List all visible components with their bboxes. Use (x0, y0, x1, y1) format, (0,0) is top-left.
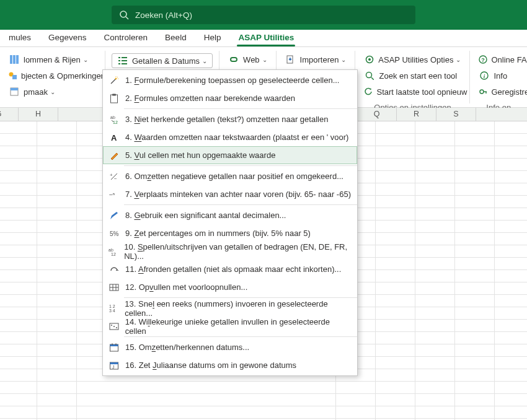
btn-kolommen-rijen[interactable]: lommen & Rijen⌄ (6, 53, 99, 66)
menu-item-1[interactable]: 1. Formule/berekening toepassen op gesel… (103, 71, 357, 89)
chevron-down-icon: ⌄ (202, 58, 207, 64)
svg-point-18 (366, 72, 372, 78)
refresh-icon (364, 87, 373, 97)
search-small-icon (364, 71, 375, 81)
btn-asap-options[interactable]: ASAP Utilities Opties⌄ (361, 53, 463, 66)
letter-a-icon: A (107, 131, 122, 144)
tab-gegevens[interactable]: Gegevens (40, 30, 95, 46)
btn-geregistreerd[interactable]: Geregistre (476, 85, 521, 98)
svg-text:+: + (110, 172, 113, 178)
svg-text:12: 12 (111, 252, 116, 256)
menu-item-label: 9. Zet percentages om in nummers (bijv. … (125, 229, 311, 238)
col-S[interactable]: S (436, 108, 476, 121)
tab-help[interactable]: Help (195, 30, 230, 46)
svg-text:i: i (484, 73, 485, 79)
menu-item-label: 8. Gebruik een significant aantal decima… (125, 211, 286, 220)
search-box[interactable]: Zoeken (Alt+Q) (112, 6, 415, 24)
menu-item-14[interactable]: 14. Willekeurige unieke getallen invulle… (103, 317, 357, 335)
btn-objecten-opmerkingen[interactable]: bjecten & Opmerkingen⌄ (6, 69, 99, 82)
btn-opmaak[interactable]: pmaak⌄ (6, 85, 99, 98)
svg-rect-51 (110, 344, 118, 346)
col-G[interactable]: G (0, 108, 19, 121)
menu-separator (124, 204, 357, 205)
menu-item-label: 3. Niet herkende getallen (tekst?) omzet… (125, 115, 328, 124)
chevron-down-icon: ⌄ (262, 56, 267, 63)
pencil-icon (107, 209, 122, 222)
svg-point-0 (120, 11, 126, 17)
tab-controleren[interactable]: Controleren (95, 30, 157, 46)
svg-text:12: 12 (113, 120, 118, 125)
tab-formulas[interactable]: mules (0, 30, 40, 46)
table-row[interactable] (0, 394, 527, 406)
menu-item-label: 10. Spellen/uitschrijven van getallen of… (124, 242, 351, 261)
random-icon (107, 320, 122, 333)
chevron-down-icon: ⌄ (341, 56, 346, 63)
svg-text:ab: ab (110, 115, 115, 120)
import-icon (285, 55, 296, 64)
clipboard-icon (107, 92, 122, 105)
btn-web[interactable]: Web⌄ (226, 53, 270, 66)
menu-item-13[interactable]: 1 23 413. Snel een reeks (nummers) invoe… (103, 299, 357, 317)
ribbon-opts-group: ASAP Utilities Opties⌄ Zoek en start een… (355, 51, 470, 103)
ribbon-left-group: lommen & Rijen⌄ bjecten & Opmerkingen⌄ p… (0, 51, 105, 103)
tab-beeld[interactable]: Beeld (156, 30, 195, 46)
convert-num-icon: ab12 (107, 113, 122, 126)
chevron-down-icon: ⌄ (83, 56, 88, 63)
menu-item-3[interactable]: ab123. Niet herkende getallen (tekst?) o… (103, 110, 357, 128)
menu-tabs: mules Gegevens Controleren Beeld Help AS… (0, 30, 527, 47)
menu-item-8[interactable]: 8. Gebruik een significant aantal decima… (103, 206, 357, 224)
col-H[interactable]: H (19, 108, 58, 121)
svg-rect-6 (12, 75, 17, 79)
menu-item-label: 14. Willekeurige unieke getallen invulle… (125, 317, 351, 336)
menu-item-9[interactable]: 5%9. Zet percentages om in nummers (bijv… (103, 224, 357, 242)
btn-importeren[interactable]: Importeren⌄ (283, 53, 349, 66)
btn-start-laatste[interactable]: Start laatste tool opnieuw (361, 85, 463, 98)
menu-item-label: 2. Formules omzetten naar berekende waar… (125, 94, 295, 103)
svg-rect-4 (16, 55, 19, 64)
menu-item-7[interactable]: −ⁿ7. Verplaats minteken van achter naar … (103, 185, 357, 203)
gear-icon (364, 55, 374, 64)
svg-text:J: J (112, 365, 115, 369)
search-icon (119, 10, 129, 20)
menu-item-5[interactable]: 5. Vul cellen met hun opgemaakte waarde (103, 146, 357, 164)
link-icon (228, 55, 239, 64)
btn-zoek-start[interactable]: Zoek en start een tool (361, 69, 463, 82)
numbers-dropdown: 1. Formule/berekening toepassen op gesel… (102, 69, 358, 376)
wand-icon (107, 74, 122, 87)
svg-rect-55 (110, 362, 118, 364)
title-bar: Zoeken (Alt+Q) (0, 0, 527, 30)
svg-text:3 4: 3 4 (109, 308, 115, 313)
svg-point-47 (111, 325, 112, 326)
menu-item-11[interactable]: 11. Afronden getallen (niet als opmaak m… (103, 260, 357, 278)
menu-item-label: 13. Snel een reeks (nummers) invoeren in… (125, 299, 351, 318)
svg-text:−ⁿ: −ⁿ (109, 191, 115, 198)
menu-item-label: 16. Zet Juliaanse datums om in gewone da… (125, 361, 296, 370)
table-row[interactable] (0, 382, 527, 394)
svg-rect-3 (13, 55, 16, 64)
menu-item-label: 12. Opvullen met voorloopnullen... (125, 282, 247, 292)
format-icon (9, 87, 20, 97)
col-R[interactable]: R (397, 108, 436, 121)
menu-item-15[interactable]: 15. Omzetten/herkennen datums... (103, 338, 357, 356)
svg-point-48 (113, 326, 115, 327)
tab-asap-utilities[interactable]: ASAP Utilities (229, 30, 303, 46)
table-row[interactable] (0, 406, 527, 419)
btn-online-faq[interactable]: ? Online FA (476, 53, 521, 66)
percent-icon: 5% (107, 227, 122, 240)
chevron-down-icon: ⌄ (456, 56, 461, 63)
help-icon: ? (479, 55, 487, 64)
btn-getallen-datums[interactable]: Getallen & Datums⌄ (112, 53, 213, 68)
menu-item-10[interactable]: ab1210. Spellen/uitschrijven van getalle… (103, 242, 357, 260)
menu-item-label: 7. Verplaats minteken van achter naar vo… (125, 190, 351, 199)
btn-info[interactable]: i Info (476, 69, 521, 82)
svg-text:ab: ab (108, 248, 113, 252)
menu-item-12[interactable]: 12. Opvullen met voorloopnullen... (103, 278, 357, 296)
menu-item-4[interactable]: A4. Waarden omzetten naar tekstwaarden (… (103, 128, 357, 146)
svg-rect-28 (111, 95, 118, 103)
svg-text:A: A (111, 133, 117, 142)
menu-item-label: 4. Waarden omzetten naar tekstwaarden (p… (125, 133, 348, 142)
menu-item-16[interactable]: J16. Zet Juliaanse datums om in gewone d… (103, 356, 357, 374)
col-Q[interactable]: Q (357, 108, 397, 121)
menu-item-6[interactable]: +−6. Omzetten negatieve getallen naar po… (103, 167, 357, 185)
menu-item-2[interactable]: 2. Formules omzetten naar berekende waar… (103, 89, 357, 107)
